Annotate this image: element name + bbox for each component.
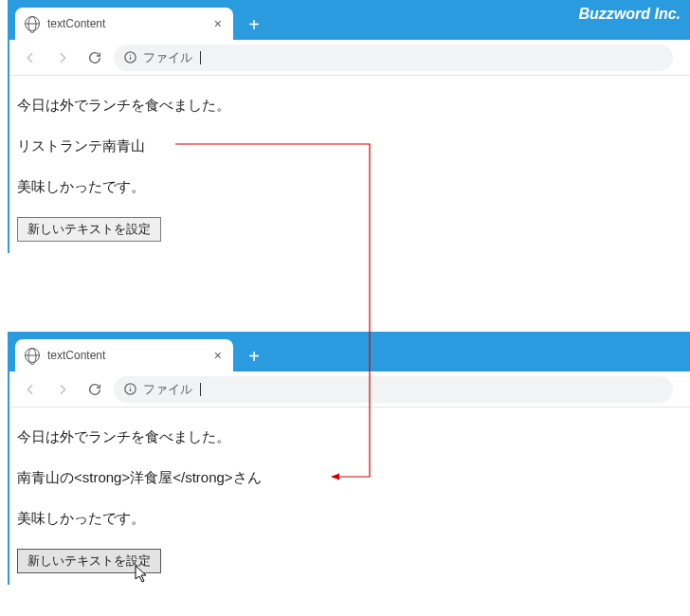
url-bar[interactable]: ファイル	[114, 45, 673, 71]
globe-icon	[25, 348, 40, 363]
page-content: 今日は外でランチを食べました。 南青山の<strong>洋食屋</strong>…	[9, 408, 690, 585]
forward-button[interactable]	[49, 45, 76, 71]
svg-point-2	[130, 54, 131, 55]
new-tab-button[interactable]: +	[239, 9, 269, 40]
paragraph-1: 今日は外でランチを食べました。	[17, 426, 682, 446]
arrow-left-icon	[23, 50, 38, 65]
browser-tab[interactable]: textContent ×	[15, 339, 233, 371]
url-text: ファイル	[143, 49, 192, 66]
back-button[interactable]	[17, 45, 44, 71]
close-icon[interactable]: ×	[212, 348, 224, 363]
paragraph-3: 美味しかったです。	[17, 508, 682, 528]
back-button[interactable]	[17, 376, 44, 403]
set-text-button[interactable]: 新しいテキストを設定	[17, 217, 161, 242]
paragraph-2: リストランテ南青山	[17, 136, 682, 155]
page-content: 今日は外でランチを食べました。 リストランテ南青山 美味しかったです。 新しいテ…	[9, 76, 690, 253]
tab-title: textContent	[47, 17, 205, 30]
reload-button[interactable]	[82, 45, 108, 71]
url-text: ファイル	[143, 381, 192, 398]
tab-title: textContent	[47, 349, 205, 362]
close-icon[interactable]: ×	[212, 16, 224, 31]
forward-button[interactable]	[49, 376, 76, 403]
reload-icon	[87, 382, 102, 397]
tab-bar: textContent × +	[9, 332, 690, 371]
text-cursor	[200, 51, 201, 64]
browser-window-bottom: textContent × + ファイル 今日は外でランチを食べました。 南青山…	[8, 332, 690, 585]
url-bar[interactable]: ファイル	[114, 376, 673, 403]
reload-button[interactable]	[82, 376, 108, 403]
nav-bar: ファイル	[9, 40, 690, 76]
paragraph-3: 美味しかったです。	[17, 176, 682, 196]
info-icon	[123, 382, 137, 396]
mouse-cursor-icon	[135, 565, 150, 584]
arrow-left-icon	[23, 382, 38, 397]
arrow-right-icon	[55, 50, 70, 65]
svg-point-5	[130, 386, 131, 387]
browser-window-top: textContent × + ファイル 今日は外でランチを食べました。 リスト…	[8, 0, 690, 253]
browser-tab[interactable]: textContent ×	[15, 8, 233, 40]
arrow-right-icon	[55, 382, 70, 397]
text-cursor	[200, 383, 201, 396]
paragraph-2: 南青山の<strong>洋食屋</strong>さん	[17, 467, 682, 487]
paragraph-1: 今日は外でランチを食べました。	[17, 95, 682, 115]
brand-label: Buzzword Inc.	[578, 6, 681, 23]
globe-icon	[25, 16, 40, 31]
new-tab-button[interactable]: +	[239, 341, 269, 371]
reload-icon	[87, 50, 102, 65]
info-icon	[123, 50, 137, 64]
nav-bar: ファイル	[9, 371, 690, 408]
